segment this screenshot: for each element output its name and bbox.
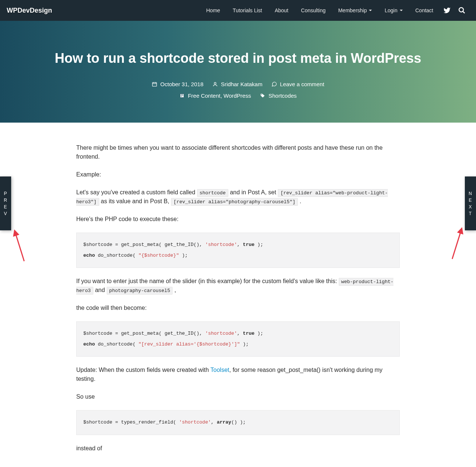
annotation-arrow-left: [13, 230, 28, 263]
tag-icon: [260, 93, 266, 98]
toolset-link[interactable]: Toolset: [210, 367, 229, 373]
paragraph: instead of: [76, 444, 400, 453]
calendar-icon: [152, 81, 157, 87]
next-label: N E X T: [469, 190, 472, 217]
navbar-right: Home Tutorials List About Consulting Mem…: [200, 0, 470, 21]
prev-label: P R E V: [4, 190, 7, 217]
hero: How to run a shortcode stored in post me…: [0, 21, 476, 123]
paragraph: Example:: [76, 170, 400, 179]
nav-tutorials[interactable]: Tutorials List: [233, 0, 262, 21]
book-icon: [179, 93, 185, 98]
author-text: Sridhar Katakam: [221, 81, 263, 87]
inline-code: photography-carousel5: [107, 287, 173, 295]
code-block: $shortcode = types_render_field( 'shortc…: [76, 410, 400, 435]
tags-text: Shortcodes: [268, 93, 297, 99]
comment-icon: [271, 81, 277, 87]
inline-code: [rev_slider alias="photography-carousel5…: [171, 198, 298, 206]
nav-contact[interactable]: Contact: [415, 0, 433, 21]
meta-row-1: October 31, 2018 Sridhar Katakam Leave a…: [7, 81, 469, 87]
paragraph: Here's the PHP code to execute these:: [76, 215, 400, 224]
svg-point-7: [261, 94, 262, 95]
nav-consulting[interactable]: Consulting: [301, 0, 325, 21]
inline-code: shortcode: [197, 189, 228, 197]
paragraph: the code will then become:: [76, 304, 400, 312]
meta-comments[interactable]: Leave a comment: [271, 81, 324, 87]
categories-text: Free Content, WordPress: [188, 93, 251, 99]
paragraph: So use: [76, 392, 400, 401]
meta-row-2: Free Content, WordPress Shortcodes: [7, 93, 469, 99]
nav-home[interactable]: Home: [206, 0, 220, 21]
brand-logo[interactable]: WPDevDesign: [7, 7, 52, 14]
navbar: WPDevDesign Home Tutorials List About Co…: [0, 0, 476, 21]
nav-links: Home Tutorials List About Consulting Mem…: [200, 0, 440, 21]
paragraph: There might be times when you want to as…: [76, 143, 400, 161]
chevron-down-icon: [400, 10, 403, 11]
article-content: There might be times when you want to as…: [69, 123, 407, 467]
paragraph: Update: When the custom fields were crea…: [76, 366, 400, 383]
svg-point-0: [459, 8, 464, 12]
nav-login[interactable]: Login: [385, 0, 402, 21]
svg-line-9: [452, 230, 461, 259]
svg-rect-2: [152, 82, 157, 86]
paragraph: If you want to enter just the name of th…: [76, 277, 400, 295]
nav-about[interactable]: About: [275, 0, 289, 21]
person-icon: [212, 81, 218, 87]
prev-nav[interactable]: P R E V: [0, 176, 11, 230]
paragraph: Let's say you've created a custom field …: [76, 188, 400, 206]
date-text: October 31, 2018: [160, 81, 203, 87]
svg-line-1: [463, 12, 465, 13]
nav-membership[interactable]: Membership: [338, 0, 372, 21]
meta-categories[interactable]: Free Content, WordPress: [179, 93, 251, 99]
code-block: $shortcode = get_post_meta( get_the_ID()…: [76, 233, 400, 268]
search-icon[interactable]: [454, 7, 469, 14]
meta-author[interactable]: Sridhar Katakam: [212, 81, 263, 87]
page-title: How to run a shortcode stored in post me…: [7, 51, 469, 66]
twitter-icon[interactable]: [440, 7, 454, 14]
svg-point-6: [214, 82, 216, 84]
code-block: $shortcode = get_post_meta( get_the_ID()…: [76, 321, 400, 357]
annotation-arrow-right: [449, 227, 464, 261]
meta-tags[interactable]: Shortcodes: [260, 93, 297, 99]
meta-date: October 31, 2018: [152, 81, 203, 87]
svg-line-8: [15, 233, 24, 261]
comment-link-text: Leave a comment: [280, 81, 324, 87]
next-nav[interactable]: N E X T: [465, 176, 476, 230]
chevron-down-icon: [369, 10, 372, 11]
